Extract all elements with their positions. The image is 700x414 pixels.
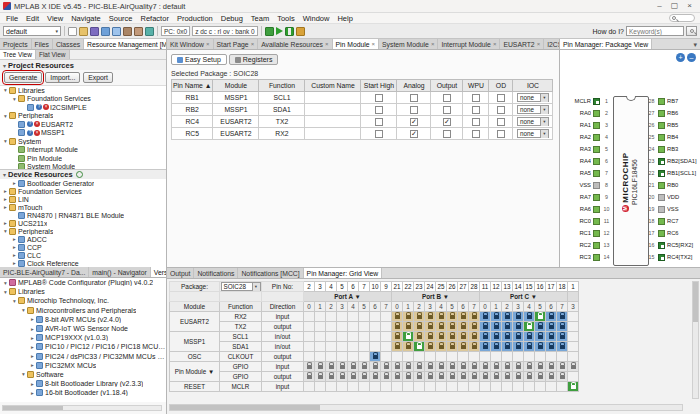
grid-cell[interactable] xyxy=(392,332,403,342)
ioc-select[interactable]: none▾ xyxy=(517,129,549,138)
pin-ra2-box[interactable] xyxy=(593,134,600,141)
ioc-select[interactable]: none▾ xyxy=(517,93,549,102)
grid-cell[interactable] xyxy=(392,372,403,382)
project-resource-interrupt-module[interactable]: Interrupt Module xyxy=(0,146,166,155)
step-over-icon[interactable] xyxy=(296,27,305,36)
column-header-wpu[interactable]: WPU xyxy=(463,80,489,92)
grid-cell[interactable] xyxy=(414,312,425,322)
pin-rc1-box[interactable] xyxy=(593,230,600,237)
wpu-checkbox[interactable] xyxy=(472,130,480,138)
grid-cell[interactable] xyxy=(469,312,480,322)
grid-cell[interactable] xyxy=(425,342,436,352)
menu-window[interactable]: Window xyxy=(299,14,334,23)
tab-close-icon[interactable]: × xyxy=(537,41,541,47)
tab-close-icon[interactable]: × xyxy=(493,41,497,47)
grid-cell[interactable] xyxy=(535,322,546,332)
grid-cell[interactable] xyxy=(491,332,502,342)
grid-cell[interactable] xyxy=(447,332,458,342)
pin-rb0-box[interactable] xyxy=(658,182,665,189)
grid-cell[interactable] xyxy=(535,372,546,382)
editor-tab-pin-module[interactable]: Pin Module× xyxy=(333,39,380,49)
port-group-header[interactable]: Port A ▼ xyxy=(304,292,392,302)
grid-cell[interactable] xyxy=(348,372,359,382)
grid-cell[interactable] xyxy=(359,372,370,382)
grid-cell[interactable] xyxy=(447,312,458,322)
run-project-icon[interactable] xyxy=(276,27,283,35)
version-item-8-bit-bootloader-library-v2-3-3[interactable]: ▸8-bit Bootloader Library (v2.3.3) xyxy=(0,379,166,388)
menu-source[interactable]: Source xyxy=(105,14,137,23)
keyword-search-button[interactable] xyxy=(686,26,697,36)
grid-cell[interactable] xyxy=(370,352,381,362)
custom-name-cell[interactable] xyxy=(305,104,361,116)
minimize-button[interactable]: – xyxy=(652,0,667,12)
pin-ra1-box[interactable] xyxy=(593,122,600,129)
grid-cell[interactable] xyxy=(447,372,458,382)
grid-cell[interactable] xyxy=(392,342,403,352)
grid-cell[interactable] xyxy=(348,362,359,372)
port-group-header[interactable]: Port C ▼ xyxy=(480,292,568,302)
pin-vss-box[interactable] xyxy=(658,206,665,213)
column-header-start-high[interactable]: Start High xyxy=(361,80,397,92)
function-cell[interactable]: SDA1 xyxy=(259,104,305,116)
grid-cell[interactable] xyxy=(436,372,447,382)
project-resource-mssp1[interactable]: ?×MSSP1 xyxy=(0,129,166,138)
vertical-scrollbar[interactable] xyxy=(692,281,699,399)
editor-tab-kit-window[interactable]: Kit Window× xyxy=(167,39,214,49)
column-header-analog[interactable]: Analog xyxy=(397,80,431,92)
grid-cell[interactable] xyxy=(425,322,436,332)
grid-cell[interactable] xyxy=(337,362,348,372)
pin-ra7-box[interactable] xyxy=(593,194,600,201)
pin-number-header[interactable]: 27 xyxy=(458,282,469,292)
device-resource-mtouch[interactable]: ▸mTouch xyxy=(0,203,166,211)
pin-number-header[interactable]: 17 xyxy=(546,282,557,292)
grid-cell[interactable] xyxy=(403,342,414,352)
pin-number-header[interactable]: 2 xyxy=(304,282,315,292)
grid-cell[interactable] xyxy=(436,312,447,322)
expander-icon[interactable]: ▸ xyxy=(29,353,36,359)
editor-tab-eusart2[interactable]: EUSART2× xyxy=(500,39,544,49)
device-resource-ucs211x[interactable]: ▸UCS211x xyxy=(0,219,166,227)
zoom-out-button[interactable]: – xyxy=(687,53,696,62)
version-item-pic10-pic12-pic16-pic18-mcus-v1-81[interactable]: ▸PIC10 / PIC12 / PIC16 / PIC18 MCUs (v1.… xyxy=(0,342,166,351)
grid-cell[interactable] xyxy=(524,322,535,332)
tab-output[interactable]: Output xyxy=(167,268,194,278)
column-header-custom-name[interactable]: Custom Name xyxy=(305,80,361,92)
device-resource-clc[interactable]: ▸CLC xyxy=(0,251,166,259)
editor-tab-available-resources[interactable]: Available Resources× xyxy=(258,39,332,49)
new-file-icon[interactable] xyxy=(68,27,77,36)
device-resource-foundation-services[interactable]: ▸Foundation Services xyxy=(0,187,166,195)
grid-cell[interactable] xyxy=(315,372,326,382)
grid-cell[interactable] xyxy=(480,312,491,322)
grid-cell[interactable] xyxy=(568,362,579,372)
expander-icon[interactable]: ▸ xyxy=(11,236,18,242)
pin-vdd-box[interactable] xyxy=(658,194,665,201)
pin-ra3-box[interactable] xyxy=(593,146,600,153)
grid-cell[interactable] xyxy=(524,312,535,322)
program-device-icon[interactable] xyxy=(145,27,154,36)
view-tab-tree-view[interactable]: Tree View xyxy=(0,50,36,59)
analog-checkbox[interactable] xyxy=(410,118,418,126)
pin-number-header[interactable]: 3 xyxy=(315,282,326,292)
grid-cell[interactable] xyxy=(502,322,513,332)
custom-name-cell[interactable] xyxy=(305,128,361,140)
grid-cell[interactable] xyxy=(436,322,447,332)
grid-cell[interactable] xyxy=(513,332,524,342)
grid-cell[interactable] xyxy=(524,362,535,372)
editor-tab-i2csimple[interactable]: I2CSIMPLE× xyxy=(544,39,559,49)
grid-cell[interactable] xyxy=(546,362,557,372)
grid-cell[interactable] xyxy=(304,372,315,382)
menu-file[interactable]: File xyxy=(2,14,22,23)
grid-cell[interactable] xyxy=(458,322,469,332)
build-icon[interactable] xyxy=(123,27,132,36)
column-header-od[interactable]: OD xyxy=(489,80,513,92)
debug-project-icon[interactable] xyxy=(265,27,274,36)
expander-icon[interactable]: ▸ xyxy=(11,252,18,258)
version-item-software[interactable]: ▾Software xyxy=(0,370,166,379)
pin-rc3-box[interactable] xyxy=(593,254,600,261)
view-tab-flat-view[interactable]: Flat View xyxy=(36,50,70,59)
function-cell[interactable]: TX2 xyxy=(259,116,305,128)
od-checkbox[interactable] xyxy=(497,130,505,138)
pin-rb1-scl1-box[interactable] xyxy=(658,170,665,177)
menu-team[interactable]: Team xyxy=(247,14,273,23)
editor-tab-start-page[interactable]: Start Page× xyxy=(214,39,259,49)
